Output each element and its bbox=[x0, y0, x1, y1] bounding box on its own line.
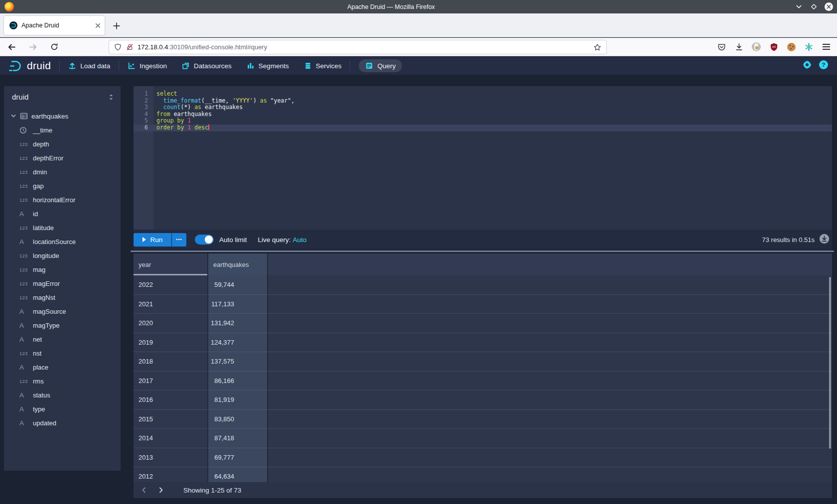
earthquakes-cell[interactable]: 69,777 bbox=[208, 448, 268, 468]
sql-line-6[interactable]: 6order by 1 desc bbox=[134, 125, 832, 131]
sidebar-column-longitude[interactable]: 123longitude bbox=[4, 249, 121, 262]
help-icon[interactable]: ? bbox=[819, 60, 828, 71]
year-cell[interactable]: 2015 bbox=[134, 410, 208, 429]
table-row-2018[interactable]: 2018137,575 bbox=[134, 352, 832, 372]
druid-brand[interactable]: druid bbox=[8, 59, 51, 73]
nav-query[interactable]: Query bbox=[359, 59, 402, 72]
sparkle-extension-icon[interactable] bbox=[804, 42, 814, 52]
bookmark-star-icon[interactable] bbox=[593, 43, 601, 51]
sql-line-4[interactable]: 4from earthquakes bbox=[134, 111, 832, 118]
nav-ingestion[interactable]: Ingestion bbox=[128, 62, 167, 70]
column-header-year[interactable]: year bbox=[134, 253, 208, 275]
earthquakes-cell[interactable]: 87,418 bbox=[208, 429, 268, 448]
vertical-scrollbar[interactable] bbox=[829, 277, 831, 449]
table-row-2019[interactable]: 2019124,377 bbox=[134, 333, 832, 353]
year-cell[interactable]: 2017 bbox=[134, 372, 208, 391]
settings-gear-icon[interactable] bbox=[803, 60, 812, 71]
privacy-badger-icon[interactable] bbox=[751, 42, 761, 52]
sidebar-column-status[interactable]: Astatus bbox=[4, 388, 121, 402]
year-cell[interactable]: 2013 bbox=[134, 448, 208, 468]
year-cell[interactable]: 2022 bbox=[134, 275, 208, 295]
table-row-2017[interactable]: 201786,166 bbox=[134, 372, 832, 391]
window-close-button[interactable] bbox=[824, 2, 833, 11]
sidebar-column-net[interactable]: Anet bbox=[4, 332, 121, 346]
year-cell[interactable]: 2014 bbox=[134, 429, 208, 448]
sidebar-column-id[interactable]: Aid bbox=[4, 207, 121, 221]
year-cell[interactable]: 2012 bbox=[134, 467, 208, 482]
window-minimize-button[interactable] bbox=[794, 2, 803, 11]
download-results-icon[interactable] bbox=[819, 234, 830, 246]
sidebar-column-depthError[interactable]: 123depthError bbox=[4, 151, 121, 165]
sidebar-column-dmin[interactable]: 123dmin bbox=[4, 165, 121, 179]
sidebar-column-nst[interactable]: 123nst bbox=[4, 346, 121, 360]
sidebar-column-rms[interactable]: 123rms bbox=[4, 374, 121, 388]
downloads-icon[interactable] bbox=[734, 42, 744, 52]
earthquakes-cell[interactable]: 83,850 bbox=[208, 410, 268, 429]
run-options-button[interactable]: ••• bbox=[172, 233, 186, 247]
sidebar-column-locationSource[interactable]: AlocationSource bbox=[4, 235, 121, 249]
table-row-2013[interactable]: 201369,777 bbox=[134, 448, 832, 468]
column-header-earthquakes[interactable]: earthquakes bbox=[208, 253, 268, 275]
run-button[interactable]: Run bbox=[134, 233, 171, 247]
table-row-2020[interactable]: 2020131,942 bbox=[134, 314, 832, 333]
schema-selector[interactable]: druid bbox=[4, 86, 121, 109]
ublock-origin-icon[interactable]: UO bbox=[769, 42, 779, 52]
sql-line-1[interactable]: 1select bbox=[134, 91, 832, 98]
sidebar-table-earthquakes[interactable]: earthquakes bbox=[4, 109, 121, 123]
tracking-shield-icon[interactable] bbox=[114, 43, 122, 51]
earthquakes-cell[interactable]: 81,919 bbox=[208, 390, 268, 410]
earthquakes-cell[interactable]: 64,634 bbox=[208, 467, 268, 482]
forward-button[interactable] bbox=[27, 41, 38, 52]
earthquakes-cell[interactable]: 59,744 bbox=[208, 275, 268, 295]
back-button[interactable] bbox=[6, 41, 17, 52]
sidebar-column-__time[interactable]: __time bbox=[4, 123, 121, 137]
url-text[interactable]: 172.18.0.4:30109/unified-console.html#qu… bbox=[138, 43, 593, 51]
reload-button[interactable] bbox=[49, 41, 60, 52]
year-cell[interactable]: 2019 bbox=[134, 333, 208, 353]
earthquakes-cell[interactable]: 131,942 bbox=[208, 314, 268, 333]
table-row-2022[interactable]: 202259,744 bbox=[134, 275, 832, 295]
nav-services[interactable]: Services bbox=[304, 62, 342, 70]
earthquakes-cell[interactable]: 137,575 bbox=[208, 352, 268, 372]
insecure-lock-icon[interactable] bbox=[126, 43, 134, 51]
sql-line-5[interactable]: 5group by 1 bbox=[134, 118, 832, 125]
table-row-2021[interactable]: 2021117,133 bbox=[134, 295, 832, 314]
sql-line-3[interactable]: 3 count(*) as earthquakes bbox=[134, 104, 832, 111]
window-maximize-button[interactable] bbox=[809, 2, 818, 11]
sidebar-column-magType[interactable]: AmagType bbox=[4, 318, 121, 332]
year-cell[interactable]: 2016 bbox=[134, 390, 208, 410]
auto-limit-toggle[interactable] bbox=[195, 235, 214, 245]
sidebar-column-updated[interactable]: Aupdated bbox=[4, 416, 121, 430]
live-query-control[interactable]: Live query:Auto bbox=[258, 236, 307, 244]
sidebar-column-type[interactable]: Atype bbox=[4, 402, 121, 416]
sidebar-column-place[interactable]: Aplace bbox=[4, 360, 121, 374]
browser-tab[interactable]: Apache Druid bbox=[4, 16, 105, 35]
table-row-2014[interactable]: 201487,418 bbox=[134, 429, 832, 448]
table-row-2012[interactable]: 201264,634 bbox=[134, 467, 832, 482]
horizontal-scrollbar[interactable] bbox=[131, 251, 834, 252]
sidebar-column-latitude[interactable]: 123latitude bbox=[4, 221, 121, 235]
sidebar-column-mag[interactable]: 123mag bbox=[4, 262, 121, 276]
sidebar-column-horizontalError[interactable]: 123horizontalError bbox=[4, 193, 121, 207]
sql-editor[interactable]: 1select2 time_format(__time, 'YYYY') as … bbox=[134, 86, 832, 230]
earthquakes-cell[interactable]: 86,166 bbox=[208, 372, 268, 391]
pocket-icon[interactable] bbox=[716, 42, 726, 52]
table-row-2016[interactable]: 201681,919 bbox=[134, 390, 832, 410]
next-page-button[interactable] bbox=[154, 484, 167, 497]
year-cell[interactable]: 2018 bbox=[134, 352, 208, 372]
previous-page-button[interactable] bbox=[138, 484, 150, 497]
sidebar-column-magError[interactable]: 123magError bbox=[4, 276, 121, 290]
year-cell[interactable]: 2021 bbox=[134, 295, 208, 314]
cookie-icon[interactable] bbox=[786, 42, 796, 52]
live-query-value[interactable]: Auto bbox=[293, 236, 307, 244]
table-row-2015[interactable]: 201583,850 bbox=[134, 410, 832, 429]
year-cell[interactable]: 2020 bbox=[134, 314, 208, 333]
nav-datasources[interactable]: Datasources bbox=[182, 62, 232, 70]
earthquakes-cell[interactable]: 117,133 bbox=[208, 295, 268, 314]
earthquakes-cell[interactable]: 124,377 bbox=[208, 333, 268, 353]
new-tab-button[interactable] bbox=[111, 20, 123, 32]
url-bar[interactable]: 172.18.0.4:30109/unified-console.html#qu… bbox=[109, 40, 607, 54]
nav-segments[interactable]: Segments bbox=[247, 62, 289, 70]
sidebar-column-depth[interactable]: 123depth bbox=[4, 137, 121, 151]
sidebar-column-gap[interactable]: 123gap bbox=[4, 179, 121, 193]
